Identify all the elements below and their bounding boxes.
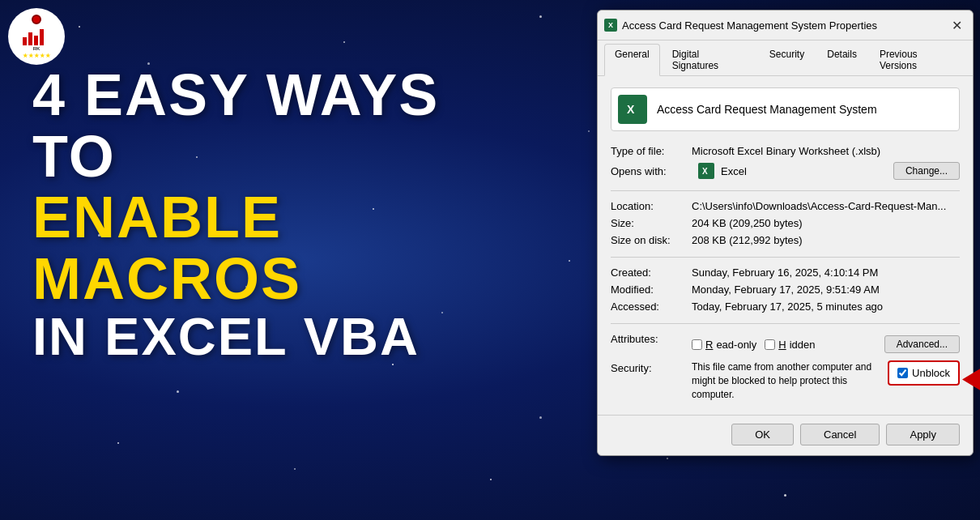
readonly-checkbox[interactable] [692,339,702,350]
size-value: 204 KB (209,250 bytes) [692,217,803,229]
opens-with-app: Excel [721,165,747,177]
accessed-value: Today, February 17, 2025, 5 minutes ago [692,300,883,313]
modified-value: Monday, February 17, 2025, 9:51:49 AM [692,283,880,296]
modified-row: Modified: Monday, February 17, 2025, 9:5… [611,281,960,298]
dialog-title: Access Card Request Management System Pr… [622,19,947,32]
location-row: Location: C:\Users\info\Downloads\Access… [611,198,960,215]
title-bar: X Access Card Request Management System … [598,11,973,40]
size-on-disk-value: 208 KB (212,992 bytes) [692,234,803,246]
location-value: C:\Users\info\Downloads\Access-Card-Requ… [692,200,946,212]
ok-button[interactable]: OK [731,424,794,445]
security-content: This file came from another computer and… [692,360,960,401]
left-content: 4 EASY WAYS TO ENABLE MACROS IN EXCEL VB… [32,65,486,365]
properties-dialog: X Access Card Request Management System … [597,10,974,456]
size-label: Size: [611,217,692,229]
svg-text:X: X [702,167,708,176]
headline-line2: ENABLE MACROS [32,187,486,309]
type-label: Type of file: [611,145,692,157]
unblock-label: Unblock [912,367,950,379]
excel-title-icon-label: X [608,21,613,29]
security-text: This file came from another computer and… [692,360,880,401]
created-label: Created: [611,266,692,279]
hidden-label: H [778,339,786,351]
unblock-box: Unblock [888,360,960,386]
svg-marker-4 [962,368,980,392]
readonly-label: R [705,339,713,351]
type-row: Type of file: Microsoft Excel Binary Wor… [611,143,960,160]
accessed-label: Accessed: [611,300,692,313]
accessed-row: Accessed: Today, February 17, 2025, 5 mi… [611,298,960,315]
type-value: Microsoft Excel Binary Worksheet (.xlsb) [692,145,880,157]
divider-1 [611,190,960,191]
location-label: Location: [611,200,692,212]
tabs-bar: General Digital Signatures Security Deta… [598,40,973,76]
readonly-label-rest: ead-only [716,339,756,351]
dialog-icon: X [604,19,617,32]
location-section: Location: C:\Users\info\Downloads\Access… [611,198,960,249]
cancel-button[interactable]: Cancel [800,424,880,445]
created-value: Sunday, February 16, 2025, 4:10:14 PM [692,266,878,279]
headline-line1: 4 EASY WAYS TO [32,65,486,187]
size-on-disk-row: Size on disk: 208 KB (212,992 bytes) [611,232,960,249]
attributes-label: Attributes: [611,333,692,345]
change-button[interactable]: Change... [893,162,960,180]
close-button[interactable]: ✕ [947,15,966,35]
divider-3 [611,323,960,324]
tab-previous-versions[interactable]: Previous Versions [869,44,966,75]
hidden-checkbox[interactable] [765,339,775,350]
dialog-body: X Access Card Request Management System … [598,76,973,415]
opens-with-icon: X [698,163,714,179]
attributes-controls: Read-only Hidden Advanced... [692,333,960,356]
size-on-disk-label: Size on disk: [611,234,692,246]
hidden-checkbox-label[interactable]: Hidden [765,339,815,351]
hidden-label-rest: idden [790,339,816,351]
size-row: Size: 204 KB (209,250 bytes) [611,215,960,232]
opens-with-row: Opens with: X Excel Change... [611,160,960,182]
svg-text:X: X [627,103,635,116]
tab-general[interactable]: General [604,44,660,76]
modified-label: Modified: [611,283,692,296]
headline-line3: IN EXCEL VBA [32,309,486,364]
opens-with-label: Opens with: [611,165,692,177]
advanced-button[interactable]: Advanced... [884,335,960,353]
unblock-checkbox[interactable] [897,368,908,378]
apply-button[interactable]: Apply [886,424,960,445]
file-name-row: X Access Card Request Management System [611,87,960,131]
attributes-row: Attributes: Read-only Hidden Advanced... [611,330,960,358]
tab-digital-signatures[interactable]: Digital Signatures [662,44,757,75]
security-row: Security: This file came from another co… [611,358,960,403]
tab-security[interactable]: Security [759,44,815,75]
dates-section: Created: Sunday, February 16, 2025, 4:10… [611,264,960,315]
logo: RK ★★ ★★★ [8,8,65,65]
tab-details[interactable]: Details [816,44,867,75]
type-section: Type of file: Microsoft Excel Binary Wor… [611,143,960,182]
readonly-checkbox-label[interactable]: Read-only [692,339,756,351]
security-label: Security: [611,360,692,374]
file-excel-icon: X [618,95,647,124]
created-row: Created: Sunday, February 16, 2025, 4:10… [611,264,960,281]
file-name-text: Access Card Request Management System [657,103,877,116]
dialog-footer: OK Cancel Apply [598,415,973,455]
divider-2 [611,257,960,258]
red-arrow [962,368,980,394]
